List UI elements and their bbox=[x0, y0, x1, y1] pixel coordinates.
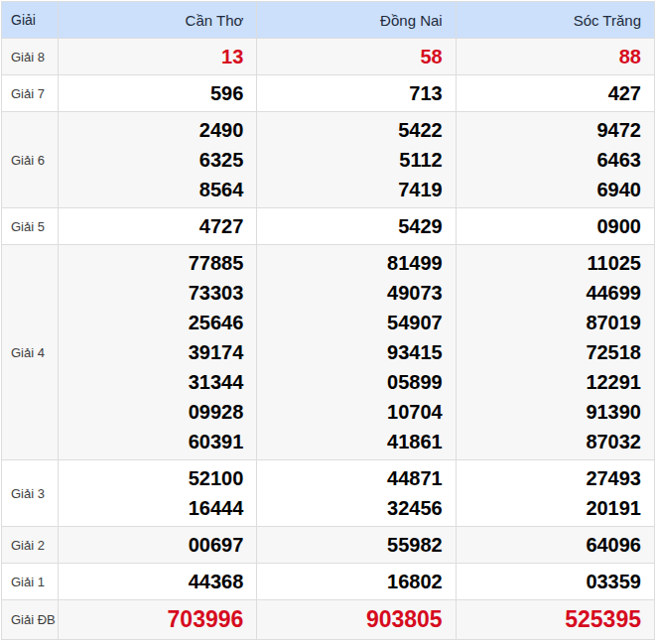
prize-numbers-cell: 713 bbox=[257, 75, 456, 112]
prize-number: 10704 bbox=[257, 397, 442, 427]
prize-label: Giải 4 bbox=[2, 245, 59, 460]
prize-label: Giải 8 bbox=[2, 39, 59, 75]
prize-number: 0900 bbox=[457, 211, 641, 241]
prize-number: 5422 bbox=[257, 115, 442, 145]
prize-number: 6463 bbox=[457, 145, 641, 175]
prize-numbers-cell: 5210016444 bbox=[59, 460, 257, 527]
prize-number: 596 bbox=[59, 78, 243, 108]
prize-numbers-cell: 703996 bbox=[59, 600, 257, 640]
prize-number: 7419 bbox=[257, 175, 442, 204]
prize-row: Giải 7596713427 bbox=[2, 75, 655, 112]
prize-label: Giải 6 bbox=[2, 112, 59, 208]
prize-number: 72518 bbox=[457, 337, 641, 367]
province-header-can-tho: Cần Thơ bbox=[59, 2, 257, 39]
prize-number: 44699 bbox=[457, 278, 641, 308]
prize-number: 6940 bbox=[457, 175, 641, 204]
prize-row: Giải 3521001644444871324562749320191 bbox=[2, 460, 655, 527]
prize-numbers-cell: 4487132456 bbox=[257, 460, 456, 527]
prize-number: 73303 bbox=[59, 278, 243, 308]
prize-number: 12291 bbox=[457, 367, 641, 397]
prize-number: 16802 bbox=[257, 567, 442, 596]
prize-numbers-cell: 596 bbox=[59, 75, 257, 112]
prize-number: 525395 bbox=[457, 603, 641, 636]
prize-number: 00697 bbox=[59, 530, 243, 560]
prize-number: 55982 bbox=[257, 530, 442, 560]
prize-row: Giải 62490632585645422511274199472646369… bbox=[2, 112, 655, 208]
header-row: Giải Cần Thơ Đồng Nai Sóc Trăng bbox=[2, 2, 655, 39]
prize-numbers-cell: 77885733032564639174313440992860391 bbox=[59, 245, 257, 460]
prize-number: 32456 bbox=[257, 493, 442, 523]
prize-number: 41861 bbox=[257, 427, 442, 456]
prize-numbers-cell: 5429 bbox=[257, 208, 456, 245]
prize-numbers-cell: 542251127419 bbox=[257, 112, 456, 208]
prize-number: 05899 bbox=[257, 367, 442, 397]
prize-number: 11025 bbox=[457, 248, 641, 278]
prize-number: 87019 bbox=[457, 308, 641, 337]
prize-number: 903805 bbox=[257, 603, 442, 636]
prize-number: 44368 bbox=[59, 567, 243, 596]
prize-number: 31344 bbox=[59, 367, 243, 397]
prize-numbers-cell: 64096 bbox=[456, 527, 654, 564]
prize-numbers-cell: 903805 bbox=[257, 600, 456, 640]
prize-number: 9472 bbox=[457, 115, 641, 145]
prize-numbers-cell: 4727 bbox=[59, 208, 257, 245]
prize-row: Giải 1443681680203359 bbox=[2, 564, 655, 600]
lottery-results-page: Giải Cần Thơ Đồng Nai Sóc Trăng Giải 813… bbox=[0, 0, 657, 644]
prize-number: 49073 bbox=[257, 278, 442, 308]
prize-numbers-cell: 427 bbox=[456, 75, 654, 112]
prize-number: 5112 bbox=[257, 145, 442, 175]
prize-number: 6325 bbox=[59, 145, 243, 175]
prize-number: 91390 bbox=[457, 397, 641, 427]
prize-numbers-cell: 525395 bbox=[456, 600, 654, 640]
prize-numbers-cell: 03359 bbox=[456, 564, 654, 600]
prize-number: 39174 bbox=[59, 337, 243, 367]
prize-label: Giải 7 bbox=[2, 75, 59, 112]
prize-number: 54907 bbox=[257, 308, 442, 337]
prize-number: 16444 bbox=[59, 493, 243, 523]
province-header-soc-trang: Sóc Trăng bbox=[456, 2, 654, 39]
prize-label: Giải 5 bbox=[2, 208, 59, 245]
prize-number: 703996 bbox=[59, 603, 243, 636]
prize-number: 93415 bbox=[257, 337, 442, 367]
prize-numbers-cell: 55982 bbox=[257, 527, 456, 564]
prize-numbers-cell: 249063258564 bbox=[59, 112, 257, 208]
province-header-dong-nai: Đồng Nai bbox=[257, 2, 456, 39]
prize-numbers-cell: 13 bbox=[59, 39, 257, 75]
prize-label: Giải 1 bbox=[2, 564, 59, 600]
prize-number: 44871 bbox=[257, 463, 442, 493]
prize-numbers-cell: 11025446998701972518122919139087032 bbox=[456, 245, 654, 460]
prize-row: Giải 2006975598264096 bbox=[2, 527, 655, 564]
prize-numbers-cell: 0900 bbox=[456, 208, 654, 245]
prize-number: 88 bbox=[457, 42, 641, 71]
prize-number: 58 bbox=[257, 42, 442, 71]
prize-numbers-cell: 88 bbox=[456, 39, 654, 75]
prize-numbers-cell: 16802 bbox=[257, 564, 456, 600]
prize-number: 25646 bbox=[59, 308, 243, 337]
prize-number: 64096 bbox=[457, 530, 641, 560]
prize-numbers-cell: 58 bbox=[257, 39, 456, 75]
prize-row: Giải ĐB703996903805525395 bbox=[2, 600, 655, 640]
prize-number: 427 bbox=[457, 78, 641, 108]
prize-label: Giải 3 bbox=[2, 460, 59, 527]
prize-number: 27493 bbox=[457, 463, 641, 493]
prize-number: 2490 bbox=[59, 115, 243, 145]
prize-number: 13 bbox=[59, 42, 243, 71]
prize-number: 60391 bbox=[59, 427, 243, 456]
prize-number: 87032 bbox=[457, 427, 641, 456]
prize-numbers-cell: 2749320191 bbox=[456, 460, 654, 527]
results-body: Giải 8135888Giải 7596713427Giải 62490632… bbox=[2, 39, 655, 640]
prize-numbers-cell: 947264636940 bbox=[456, 112, 654, 208]
prize-number: 09928 bbox=[59, 397, 243, 427]
prize-number: 77885 bbox=[59, 248, 243, 278]
prize-number: 713 bbox=[257, 78, 442, 108]
prize-row: Giải 8135888 bbox=[2, 39, 655, 75]
prize-row: Giải 5472754290900 bbox=[2, 208, 655, 245]
prize-number: 8564 bbox=[59, 175, 243, 204]
prize-label: Giải ĐB bbox=[2, 600, 59, 640]
prize-number: 81499 bbox=[257, 248, 442, 278]
prize-number: 4727 bbox=[59, 211, 243, 241]
prize-number: 5429 bbox=[257, 211, 442, 241]
prize-number: 03359 bbox=[457, 567, 641, 596]
prize-column-header: Giải bbox=[2, 2, 59, 39]
prize-row: Giải 47788573303256463917431344099286039… bbox=[2, 245, 655, 460]
